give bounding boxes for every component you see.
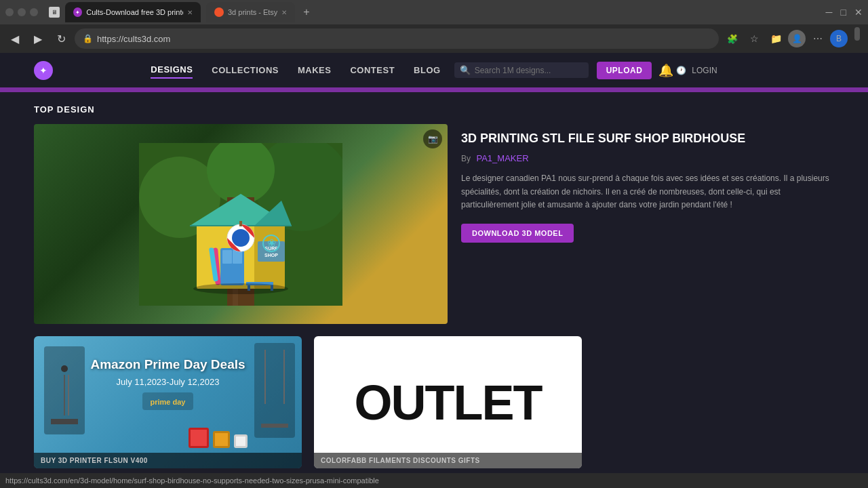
author-line: By PA1_MAKER: [461, 152, 834, 164]
browser-window: 🖥 ✦ Cults-Download free 3D printer ✕ 3d …: [0, 0, 868, 53]
title-bar: 🖥 ✦ Cults-Download free 3D printer ✕ 3d …: [0, 0, 868, 24]
login-link[interactable]: LOGIN: [692, 66, 717, 75]
outlet-text: OUTLET: [355, 375, 542, 430]
top-design-info: 3D PRINTING STL FILE SURF SHOP BIRDHOUSE…: [461, 124, 834, 324]
address-bar[interactable]: 🔒 https://cults3d.com: [75, 28, 719, 49]
notification-bell[interactable]: 🔔: [658, 63, 673, 78]
main-content: TOP DESIGN: [0, 92, 868, 488]
svg-text:❀: ❀: [267, 237, 276, 249]
minimize-btn[interactable]: [5, 8, 14, 16]
amazon-card-label: BUY 3D PRINTER FLSUN V400: [34, 453, 302, 468]
download-button[interactable]: DOWNLOAD 3D MODEL: [461, 224, 574, 243]
tab-cults-close[interactable]: ✕: [187, 9, 193, 16]
design-title: 3D PRINTING STL FILE SURF SHOP BIRDHOUSE: [461, 131, 834, 146]
tab-cults[interactable]: ✦ Cults-Download free 3D printer ✕: [65, 2, 201, 22]
nav-collections[interactable]: COLLECTIONS: [212, 62, 279, 78]
maximize-btn[interactable]: [18, 8, 26, 16]
birdhouse-bg: SURF SHOP ❀: [34, 124, 448, 324]
svg-text:SHOP: SHOP: [264, 253, 278, 258]
gift-icons: [189, 428, 248, 448]
amazon-content: Amazon Prime Day Deals July 11,2023-July…: [34, 336, 302, 468]
top-nav: ✦ DESIGNS COLLECTIONS MAKES CONTEST BLOG…: [0, 53, 868, 89]
outlet-card[interactable]: OUTLET COLORFABB FILAMENTS DISCOUNTS GIF…: [314, 336, 582, 468]
nav-contest[interactable]: CONTEST: [350, 62, 395, 78]
amazon-title: Amazon Prime Day Deals: [45, 357, 291, 373]
win-minimize-btn[interactable]: ─: [826, 7, 833, 18]
browser-icon: 🖥: [49, 7, 60, 18]
status-bar: https://cults3d.com/en/3d-model/home/sur…: [0, 473, 868, 488]
svg-rect-14: [233, 250, 242, 264]
browser-actions: 🧩 ☆ 📁 👤 ⋯ B: [723, 29, 848, 48]
profile-btn[interactable]: 👤: [788, 30, 806, 47]
search-icon: 🔍: [460, 65, 471, 75]
upload-button[interactable]: UPLOAD: [597, 62, 652, 79]
nav-makes[interactable]: MAKES: [298, 62, 331, 78]
etsy-tab-icon: [214, 7, 224, 17]
site-wrapper: ✦ DESIGNS COLLECTIONS MAKES CONTEST BLOG…: [0, 53, 868, 488]
nav-designs[interactable]: DESIGNS: [151, 62, 193, 79]
favorites-btn[interactable]: ☆: [745, 29, 764, 48]
edge-more-btn[interactable]: ⋯: [808, 29, 827, 48]
status-text: https://cults3d.com/en/3d-model/home/sur…: [5, 476, 379, 485]
win-restore-btn[interactable]: □: [841, 7, 846, 18]
svg-rect-29: [239, 221, 242, 226]
nav-search[interactable]: 🔍: [454, 62, 589, 78]
extensions-btn[interactable]: 🧩: [723, 29, 742, 48]
amazon-card[interactable]: Amazon Prime Day Deals July 11,2023-July…: [34, 336, 302, 468]
by-label: By: [461, 154, 471, 163]
amazon-date: July 11,2023-July 12,2023: [45, 377, 291, 387]
outlet-card-label: COLORFABB FILAMENTS DISCOUNTS GIFTS: [314, 453, 582, 468]
collections-btn[interactable]: 📁: [766, 29, 785, 48]
tab-etsy[interactable]: 3d prints - Etsy ✕: [206, 2, 295, 22]
clock-icon: 🕐: [676, 66, 686, 75]
edge-profile-btn[interactable]: B: [830, 30, 848, 47]
prime-day-text: prime day: [151, 398, 186, 406]
address-text: https://cults3d.com: [97, 34, 170, 44]
birdhouse-svg: SURF SHOP ❀: [139, 143, 342, 306]
nav-bar: ◀ ▶ ↻ 🔒 https://cults3d.com 🧩 ☆ 📁 👤 ⋯ B: [0, 24, 868, 53]
top-design-row: SURF SHOP ❀: [34, 124, 834, 324]
nav-blog[interactable]: BLOG: [414, 62, 441, 78]
search-input[interactable]: [475, 66, 583, 75]
reload-button[interactable]: ↻: [52, 29, 71, 48]
svg-point-30: [193, 283, 288, 294]
amazon-text-center: Amazon Prime Day Deals July 11,2023-July…: [45, 347, 291, 410]
new-tab-btn[interactable]: +: [303, 6, 309, 18]
camera-icon: 📷: [423, 129, 442, 148]
cards-row: Amazon Prime Day Deals July 11,2023-July…: [34, 336, 834, 468]
design-description: Le designer canadien PA1 nous sur-prend …: [461, 172, 834, 211]
close-btn[interactable]: [30, 8, 38, 16]
site-logo[interactable]: ✦: [34, 61, 56, 80]
outlet-card-bg: OUTLET: [314, 336, 582, 468]
scrollbar-thumb[interactable]: [854, 27, 860, 41]
forward-button[interactable]: ▶: [28, 29, 47, 48]
top-design-image[interactable]: SURF SHOP ❀: [34, 124, 448, 324]
scrollbar-track: [854, 24, 863, 53]
prime-day-badge: prime day: [142, 392, 194, 410]
cults-tab-icon: ✦: [73, 7, 82, 17]
svg-rect-13: [222, 250, 232, 264]
logo-icon: ✦: [34, 61, 53, 80]
tab-cults-label: Cults-Download free 3D printer: [86, 8, 183, 16]
win-close-btn[interactable]: ✕: [854, 7, 863, 18]
design-author: PA1_MAKER: [476, 153, 528, 163]
section-title: TOP DESIGN: [34, 104, 834, 115]
back-button[interactable]: ◀: [5, 29, 24, 48]
nav-items: DESIGNS COLLECTIONS MAKES CONTEST BLOG: [151, 62, 440, 79]
amazon-card-bg: Amazon Prime Day Deals July 11,2023-July…: [34, 336, 302, 468]
tab-etsy-label: 3d prints - Etsy: [228, 8, 277, 16]
svg-point-17: [232, 229, 250, 247]
tab-etsy-close[interactable]: ✕: [281, 9, 287, 16]
